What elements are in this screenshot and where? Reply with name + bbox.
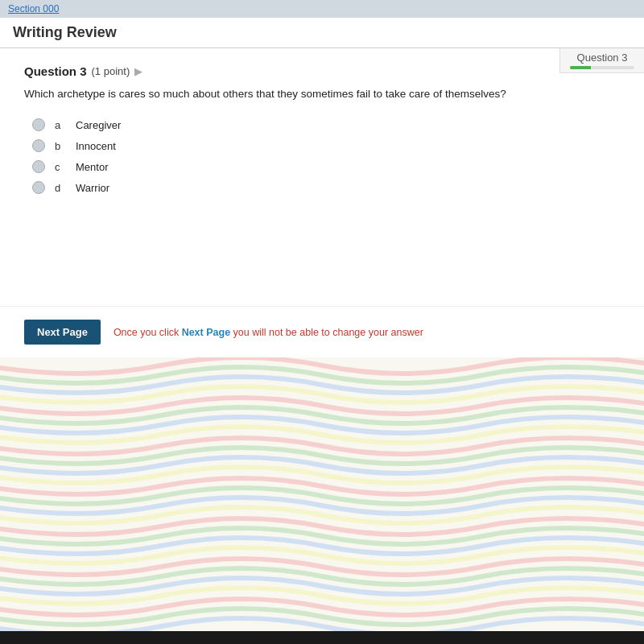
question-text: Which archetype is cares so much about o… bbox=[24, 86, 620, 102]
chevron-right-icon: ▶ bbox=[134, 66, 142, 77]
option-text-c: Mentor bbox=[76, 161, 108, 173]
option-letter-a: a bbox=[55, 119, 66, 131]
progress-bar bbox=[570, 66, 634, 69]
next-page-button[interactable]: Next Page bbox=[24, 320, 101, 345]
question-indicator: Question 3 bbox=[559, 48, 644, 73]
question-indicator-label: Question 3 bbox=[577, 52, 628, 64]
radio-b[interactable] bbox=[32, 139, 45, 152]
option-b[interactable]: b Innocent bbox=[32, 139, 620, 152]
option-a[interactable]: a Caregiver bbox=[32, 118, 620, 131]
option-letter-c: c bbox=[55, 161, 66, 173]
warning-prefix: Once you click bbox=[114, 327, 182, 338]
option-text-b: Innocent bbox=[76, 140, 116, 152]
question-points: (1 point) bbox=[92, 65, 130, 77]
main-content: Question 3 Question 3 (1 point) ▶ Which … bbox=[0, 48, 644, 357]
page-title: Writing Review bbox=[13, 24, 117, 41]
option-d[interactable]: d Warrior bbox=[32, 181, 620, 194]
option-text-a: Caregiver bbox=[76, 119, 121, 131]
radio-d[interactable] bbox=[32, 181, 45, 194]
option-letter-b: b bbox=[55, 140, 66, 152]
wavy-background: .wave { fill: none; stroke-width: 6; opa… bbox=[0, 357, 644, 631]
radio-c[interactable] bbox=[32, 160, 45, 173]
question-area: Question 3 (1 point) ▶ Which archetype i… bbox=[0, 48, 644, 306]
progress-fill bbox=[570, 66, 591, 69]
warning-link: Next Page bbox=[182, 327, 230, 338]
radio-a[interactable] bbox=[32, 118, 45, 131]
top-bar: Section 000 bbox=[0, 0, 644, 18]
warning-suffix: you will not be able to change your answ… bbox=[230, 327, 423, 338]
option-c[interactable]: c Mentor bbox=[32, 160, 620, 173]
option-letter-d: d bbox=[55, 182, 66, 194]
next-page-warning: Once you click Next Page you will not be… bbox=[114, 327, 423, 338]
bottom-bar bbox=[0, 631, 644, 644]
answer-options: a Caregiver b Innocent c Mentor d Warrio… bbox=[32, 118, 620, 194]
option-text-d: Warrior bbox=[76, 182, 109, 194]
next-page-section: Next Page Once you click Next Page you w… bbox=[0, 306, 644, 357]
wavy-svg: .wave { fill: none; stroke-width: 6; opa… bbox=[0, 357, 644, 631]
page-header: Writing Review bbox=[0, 18, 644, 48]
section-link[interactable]: Section 000 bbox=[8, 3, 59, 14]
question-number: Question 3 bbox=[24, 64, 87, 78]
question-title: Question 3 (1 point) ▶ bbox=[24, 64, 620, 78]
